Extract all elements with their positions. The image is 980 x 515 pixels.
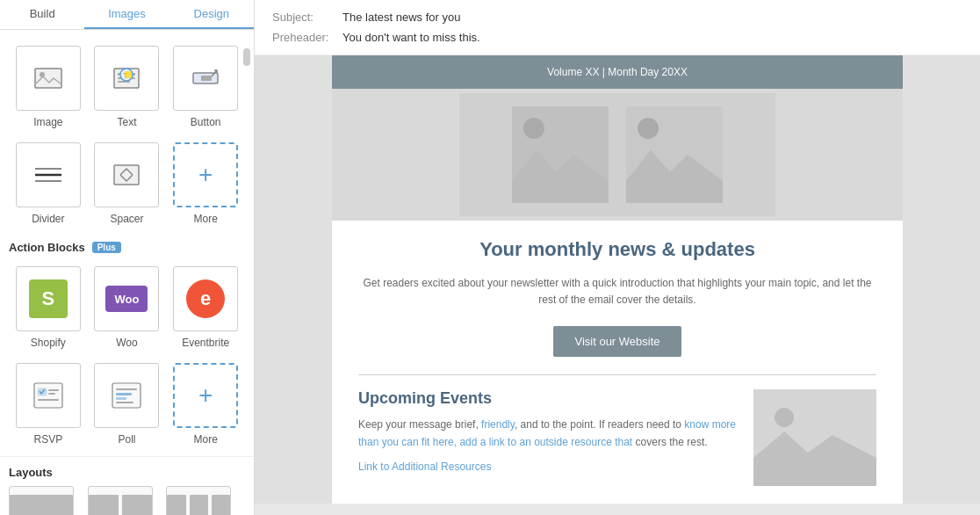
svg-rect-8 <box>125 71 132 78</box>
content-area: Subject: The latest news for you Prehead… <box>255 0 980 515</box>
subject-value: The latest news for you <box>342 11 460 24</box>
preheader-label: Preheader: <box>272 31 342 44</box>
svg-rect-17 <box>48 389 59 391</box>
block-divider[interactable]: Divider <box>9 135 88 232</box>
subject-row: Subject: The latest news for you <box>272 7 962 27</box>
divider-block-icon <box>16 142 81 207</box>
block-button[interactable]: Button <box>166 39 245 135</box>
preheader-value: You don't want to miss this. <box>342 31 480 44</box>
upcoming-image-svg <box>753 389 876 486</box>
rsvp-icon <box>16 363 81 428</box>
more-action-icon: + <box>173 363 238 428</box>
hero-image-svg <box>459 93 775 216</box>
poll-label: Poll <box>118 433 135 446</box>
email-header-text: Volume XX | Month Day 20XX <box>547 66 688 78</box>
action-shopify[interactable]: S Shopify <box>9 259 88 356</box>
rsvp-label: RSVP <box>33 433 62 446</box>
divider-block-label: Divider <box>32 213 64 225</box>
svg-rect-19 <box>38 399 59 401</box>
blocks-grid: Image T Text <box>0 30 254 232</box>
svg-rect-21 <box>116 388 137 390</box>
image-block-label: Image <box>33 116 62 128</box>
email-cta-button[interactable]: Visit our Website <box>553 326 681 357</box>
tab-design[interactable]: Design <box>169 0 254 29</box>
svg-rect-10 <box>201 76 212 81</box>
action-blocks-grid: S Shopify Woo Woo e Eventbrite <box>0 259 254 453</box>
svg-rect-25 <box>459 93 775 216</box>
layouts-section: Layouts <box>0 456 254 482</box>
action-blocks-title: Action Blocks <box>9 241 85 254</box>
tab-images[interactable]: Images <box>84 0 169 29</box>
svg-rect-23 <box>116 397 126 400</box>
svg-point-27 <box>523 118 544 139</box>
svg-rect-24 <box>116 402 133 403</box>
layout-2col[interactable] <box>88 486 153 515</box>
email-header: Volume XX | Month Day 20XX <box>332 55 903 89</box>
poll-icon <box>94 363 159 428</box>
layouts-grid <box>0 482 254 515</box>
meta-bar: Subject: The latest news for you Prehead… <box>255 0 980 55</box>
email-cta-wrapper: Visit our Website <box>358 326 876 357</box>
svg-rect-22 <box>116 393 132 395</box>
text-block-icon: T <box>94 46 159 111</box>
action-blocks-section: Action Blocks Plus <box>0 232 254 259</box>
action-poll[interactable]: Poll <box>88 356 167 453</box>
upcoming-text: Upcoming Events Keep your message brief,… <box>358 389 739 486</box>
shopify-label: Shopify <box>31 337 66 349</box>
image-block-icon <box>16 46 81 111</box>
woo-icon: Woo <box>94 266 159 331</box>
action-rsvp[interactable]: RSVP <box>9 356 88 453</box>
action-eventbrite[interactable]: e Eventbrite <box>166 259 245 356</box>
upcoming-image <box>753 389 876 486</box>
block-image[interactable]: Image <box>9 39 88 135</box>
more-action-label: More <box>193 433 217 446</box>
email-divider <box>358 374 876 375</box>
eventbrite-label: Eventbrite <box>182 337 229 349</box>
email-headline: Your monthly news & updates <box>358 238 876 261</box>
action-woo[interactable]: Woo Woo <box>88 259 167 356</box>
scroll-indicator <box>243 48 250 66</box>
upcoming-title: Upcoming Events <box>358 389 739 408</box>
spacer-block-icon <box>94 142 159 207</box>
svg-point-29 <box>638 118 659 139</box>
email-hero-image <box>332 89 903 221</box>
know-more-link[interactable]: know more than you can fit here, add a l… <box>358 418 736 447</box>
more-block-icon: + <box>173 142 238 207</box>
tab-build[interactable]: Build <box>0 0 84 29</box>
block-more[interactable]: + More <box>166 135 245 232</box>
shopify-logo: S <box>29 279 68 318</box>
eventbrite-logo: e <box>186 279 225 318</box>
layout-1col[interactable] <box>9 486 74 515</box>
email-body: Your monthly news & updates Get readers … <box>332 221 903 504</box>
sidebar: Build Images Design Image <box>0 0 255 515</box>
preheader-row: Preheader: You don't want to miss this. <box>272 27 962 47</box>
block-spacer[interactable]: Spacer <box>88 135 167 232</box>
friendly-link[interactable]: friendly <box>481 418 515 431</box>
email-intro: Get readers excited about your newslette… <box>358 275 876 308</box>
sidebar-tabs: Build Images Design <box>0 0 254 30</box>
email-preview: Volume XX | Month Day 20XX <box>332 55 903 504</box>
action-more[interactable]: + More <box>166 356 245 453</box>
block-text[interactable]: T Text <box>88 39 167 135</box>
woo-label: Woo <box>116 337 137 349</box>
spacer-block-label: Spacer <box>110 213 143 225</box>
more-block-label: More <box>193 213 217 225</box>
text-block-label: Text <box>117 116 136 128</box>
svg-point-31 <box>775 408 794 427</box>
upcoming-link[interactable]: Link to Additional Resources <box>358 461 491 473</box>
eventbrite-icon: e <box>173 266 238 331</box>
upcoming-body: Keep your message brief, friendly, and t… <box>358 417 739 450</box>
plus-badge: Plus <box>92 242 121 253</box>
svg-rect-0 <box>35 69 61 88</box>
woo-logo: Woo <box>105 286 148 312</box>
shopify-icon: S <box>16 266 81 331</box>
layouts-title: Layouts <box>9 466 53 479</box>
button-block-label: Button <box>191 116 221 128</box>
upcoming-section: Upcoming Events Keep your message brief,… <box>358 389 876 486</box>
subject-label: Subject: <box>272 11 342 24</box>
button-block-icon <box>173 46 238 111</box>
layout-3col[interactable] <box>166 486 231 515</box>
svg-rect-18 <box>48 393 55 395</box>
